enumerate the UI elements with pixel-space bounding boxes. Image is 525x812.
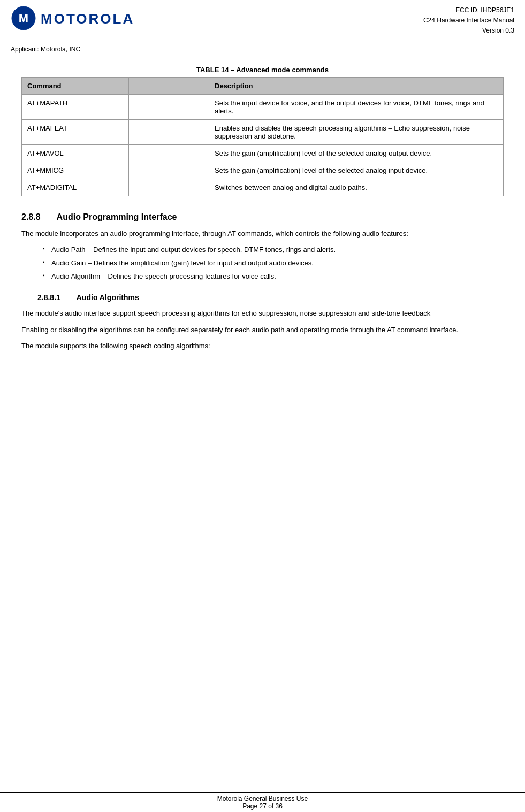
table-cell-col2 bbox=[129, 119, 209, 144]
applicant-line: Applicant: Motorola, INC bbox=[0, 45, 525, 55]
table-cell-col2 bbox=[129, 179, 209, 196]
table-cell-command: AT+MAPATH bbox=[22, 94, 129, 119]
table-row: AT+MAVOL Sets the gain (amplification) l… bbox=[22, 144, 504, 162]
col-header-description: Description bbox=[209, 77, 504, 94]
section-288-intro: The module incorporates an audio program… bbox=[21, 228, 504, 240]
table-cell-description: Sets the input device for voice, and the… bbox=[209, 94, 504, 119]
logo-area: M MOTOROLA bbox=[11, 5, 134, 33]
table-cell-description: Sets the gain (amplification) level of t… bbox=[209, 144, 504, 162]
table-title: TABLE 14 – Advanced mode commands bbox=[21, 66, 504, 74]
col-header-command: Command bbox=[22, 77, 129, 94]
table-cell-command: AT+MMICG bbox=[22, 162, 129, 179]
table-row: AT+MADIGITAL Switches between analog and… bbox=[22, 179, 504, 196]
table-cell-command: AT+MAVOL bbox=[22, 144, 129, 162]
table-cell-command: AT+MADIGITAL bbox=[22, 179, 129, 196]
table-row: AT+MAPATH Sets the input device for voic… bbox=[22, 94, 504, 119]
motorola-logo-icon: M bbox=[11, 5, 36, 33]
table-cell-command: AT+MAFEAT bbox=[22, 119, 129, 144]
table-cell-description: Switches between analog and digital audi… bbox=[209, 179, 504, 196]
bullet-item: Audio Algorithm – Defines the speech pro… bbox=[43, 271, 504, 282]
main-content: TABLE 14 – Advanced mode commands Comman… bbox=[0, 55, 525, 369]
table-cell-description: Sets the gain (amplification) level of t… bbox=[209, 162, 504, 179]
page-header: M MOTOROLA FCC ID: IHDP56JE1 C24 Hardwar… bbox=[0, 0, 525, 40]
section-2881-para3: The module supports the following speech… bbox=[21, 341, 504, 352]
motorola-logo-text: MOTOROLA bbox=[41, 11, 134, 27]
section-288-bullets: Audio Path – Defines the input and outpu… bbox=[43, 244, 504, 282]
page-footer: Motorola General Business Use Page 27 of… bbox=[0, 792, 525, 812]
section-2881-heading: 2.8.8.1Audio Algorithms bbox=[21, 293, 504, 302]
footer-line2: Page 27 of 36 bbox=[11, 802, 514, 810]
footer-line1: Motorola General Business Use bbox=[11, 795, 514, 802]
header-info: FCC ID: IHDP56JE1 C24 Hardware Interface… bbox=[423, 5, 514, 36]
col-header-empty bbox=[129, 77, 209, 94]
section-2881-para2: Enabling or disabling the algorithms can… bbox=[21, 325, 504, 336]
table-cell-col2 bbox=[129, 144, 209, 162]
section-288-heading: 2.8.8Audio Programming Interface bbox=[21, 212, 504, 222]
section-2881-para1: The module's audio interface support spe… bbox=[21, 308, 504, 319]
table-cell-description: Enables and disables the speech processi… bbox=[209, 119, 504, 144]
advanced-commands-table: Command Description AT+MAPATH Sets the i… bbox=[21, 77, 504, 196]
table-row: AT+MMICG Sets the gain (amplification) l… bbox=[22, 162, 504, 179]
version: Version 0.3 bbox=[423, 26, 514, 36]
table-header-row: Command Description bbox=[22, 77, 504, 94]
table-cell-col2 bbox=[129, 94, 209, 119]
svg-text:M: M bbox=[19, 11, 28, 25]
bullet-item: Audio Path – Defines the input and outpu… bbox=[43, 244, 504, 256]
table-row: AT+MAFEAT Enables and disables the speec… bbox=[22, 119, 504, 144]
manual-name: C24 Hardware Interface Manual bbox=[423, 16, 514, 26]
fcc-id: FCC ID: IHDP56JE1 bbox=[423, 5, 514, 16]
table-cell-col2 bbox=[129, 162, 209, 179]
bullet-item: Audio Gain – Defines the amplification (… bbox=[43, 258, 504, 269]
